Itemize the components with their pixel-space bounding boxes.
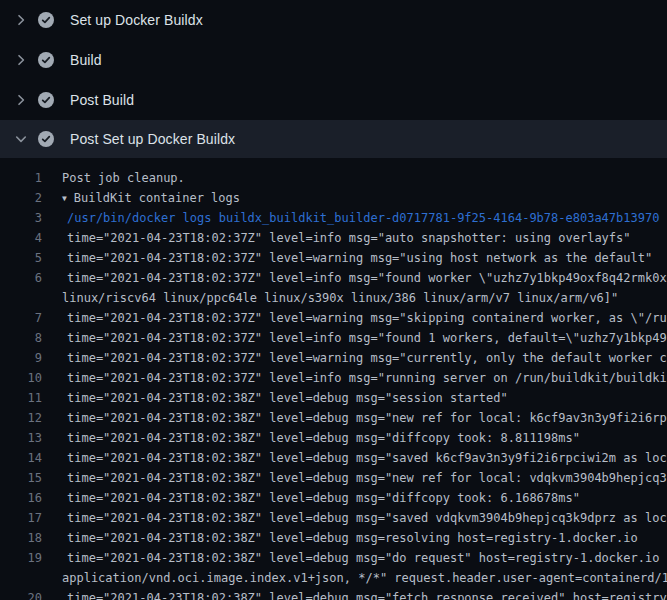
log-group-header[interactable]: 2 ▼BuildKit container logs [0, 188, 667, 208]
step-label: Build [70, 52, 102, 68]
check-circle-icon [38, 12, 54, 28]
line-number[interactable]: 20 [0, 588, 62, 600]
line-number[interactable]: 14 [0, 448, 62, 468]
log-line: 14 time="2021-04-23T18:02:38Z" level=deb… [0, 448, 667, 468]
check-circle-icon [38, 131, 54, 147]
line-number[interactable]: 9 [0, 348, 62, 368]
log-line: 12 time="2021-04-23T18:02:38Z" level=deb… [0, 408, 667, 428]
log-text: time="2021-04-23T18:02:37Z" level=info m… [62, 368, 667, 388]
log-line: 17 time="2021-04-23T18:02:38Z" level=deb… [0, 508, 667, 528]
log-text: time="2021-04-23T18:02:38Z" level=debug … [62, 468, 667, 488]
line-number[interactable]: 11 [0, 388, 62, 408]
log-line: 13 time="2021-04-23T18:02:38Z" level=deb… [0, 428, 667, 448]
line-number[interactable]: 2 [0, 188, 62, 208]
log-line: 4 time="2021-04-23T18:02:37Z" level=info… [0, 228, 667, 248]
line-number[interactable]: 3 [0, 208, 62, 228]
log-text: time="2021-04-23T18:02:38Z" level=debug … [62, 448, 667, 468]
chevron-down-icon [12, 131, 30, 147]
step-row-set-up-docker-buildx[interactable]: Set up Docker Buildx [0, 0, 667, 40]
step-row-post-build[interactable]: Post Build [0, 80, 667, 120]
chevron-right-icon [12, 12, 30, 28]
line-number[interactable]: 7 [0, 308, 62, 328]
log-text: Post job cleanup. [62, 168, 667, 188]
log-line: 16 time="2021-04-23T18:02:38Z" level=deb… [0, 488, 667, 508]
log-line: 10 time="2021-04-23T18:02:37Z" level=inf… [0, 368, 667, 388]
log-line: 3 /usr/bin/docker logs buildx_buildkit_b… [0, 208, 667, 228]
log-line: 8 time="2021-04-23T18:02:37Z" level=info… [0, 328, 667, 348]
log-text: time="2021-04-23T18:02:38Z" level=debug … [62, 508, 667, 528]
log-line: 5 time="2021-04-23T18:02:37Z" level=warn… [0, 248, 667, 268]
log-line: 6 time="2021-04-23T18:02:37Z" level=info… [0, 268, 667, 288]
log-text: /usr/bin/docker logs buildx_buildkit_bui… [62, 208, 667, 228]
log-text: time="2021-04-23T18:02:37Z" level=info m… [62, 268, 667, 288]
log-line: 20 time="2021-04-23T18:02:38Z" level=deb… [0, 588, 667, 600]
log-text: BuildKit container logs [74, 188, 667, 208]
steps-list: Set up Docker Buildx Build [0, 0, 667, 158]
line-number[interactable]: 13 [0, 428, 62, 448]
line-number[interactable]: 17 [0, 508, 62, 528]
log-text: time="2021-04-23T18:02:38Z" level=debug … [62, 428, 667, 448]
line-number[interactable]: 1 [0, 168, 62, 188]
line-number[interactable]: 15 [0, 468, 62, 488]
log-text: time="2021-04-23T18:02:37Z" level=warnin… [62, 248, 667, 268]
line-number[interactable]: 18 [0, 528, 62, 548]
log-text: time="2021-04-23T18:02:38Z" level=debug … [62, 388, 667, 408]
log-text: linux/riscv64 linux/ppc64le linux/s390x … [62, 288, 667, 308]
log-panel[interactable]: 1 Post job cleanup. 2 ▼BuildKit containe… [0, 158, 667, 600]
log-text: time="2021-04-23T18:02:37Z" level=info m… [62, 228, 667, 248]
log-text: time="2021-04-23T18:02:38Z" level=debug … [62, 528, 667, 548]
log-line: 11 time="2021-04-23T18:02:38Z" level=deb… [0, 388, 667, 408]
log-line: 1 Post job cleanup. [0, 168, 667, 188]
log-line-continuation: application/vnd.oci.image.index.v1+json,… [0, 568, 667, 588]
log-text: time="2021-04-23T18:02:38Z" level=debug … [62, 588, 667, 600]
line-number[interactable]: 8 [0, 328, 62, 348]
step-label: Set up Docker Buildx [70, 12, 203, 28]
line-number[interactable]: 19 [0, 548, 62, 568]
check-circle-icon [38, 92, 54, 108]
line-number[interactable]: 4 [0, 228, 62, 248]
log-text: time="2021-04-23T18:02:37Z" level=warnin… [62, 348, 667, 368]
log-line: 9 time="2021-04-23T18:02:37Z" level=warn… [0, 348, 667, 368]
log-text: time="2021-04-23T18:02:37Z" level=info m… [62, 328, 667, 348]
step-row-post-set-up-docker-buildx[interactable]: Post Set up Docker Buildx [0, 120, 667, 158]
log-line: 18 time="2021-04-23T18:02:38Z" level=deb… [0, 528, 667, 548]
log-line: 19 time="2021-04-23T18:02:38Z" level=deb… [0, 548, 667, 568]
step-label: Post Set up Docker Buildx [70, 131, 235, 147]
line-number[interactable]: 10 [0, 368, 62, 388]
line-number[interactable]: 6 [0, 268, 62, 288]
log-text: time="2021-04-23T18:02:37Z" level=warnin… [62, 308, 667, 328]
log-line: 7 time="2021-04-23T18:02:37Z" level=warn… [0, 308, 667, 328]
log-text: application/vnd.oci.image.index.v1+json,… [62, 568, 667, 588]
step-label: Post Build [70, 92, 134, 108]
line-number[interactable]: 16 [0, 488, 62, 508]
log-line: 15 time="2021-04-23T18:02:38Z" level=deb… [0, 468, 667, 488]
line-number[interactable]: 12 [0, 408, 62, 428]
log-text: time="2021-04-23T18:02:38Z" level=debug … [62, 548, 667, 568]
check-circle-icon [38, 52, 54, 68]
step-row-build[interactable]: Build [0, 40, 667, 80]
log-text: time="2021-04-23T18:02:38Z" level=debug … [62, 408, 667, 428]
chevron-right-icon [12, 52, 30, 68]
line-number[interactable]: 5 [0, 248, 62, 268]
log-line-continuation: linux/riscv64 linux/ppc64le linux/s390x … [0, 288, 667, 308]
triangle-down-icon: ▼ [62, 189, 67, 209]
log-text: time="2021-04-23T18:02:38Z" level=debug … [62, 488, 667, 508]
chevron-right-icon [12, 92, 30, 108]
